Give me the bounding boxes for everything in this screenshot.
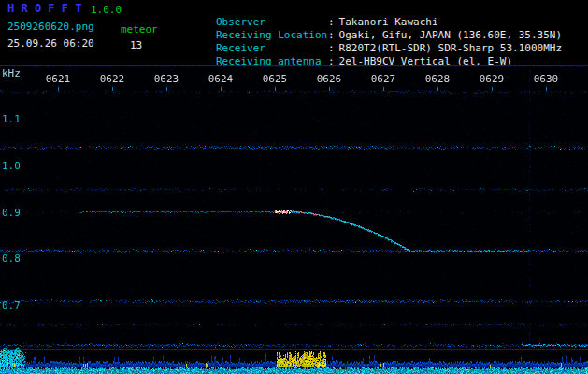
output-filename: 2509260620.png [7, 21, 94, 33]
app-title: H R O F F T [7, 3, 81, 15]
info-label: Receiver [216, 42, 328, 55]
mode-label: meteor [121, 23, 158, 36]
spectrogram-canvas [0, 65, 588, 374]
info-separator: : [328, 42, 335, 54]
datetime-label: 25.09.26 06:20 [7, 37, 94, 50]
info-label: Receiving Location [216, 29, 328, 42]
info-row-observer: Observer:Takanori Kawachi [166, 3, 562, 16]
info-value: Takanori Kawachi [335, 16, 438, 28]
info-separator: : [328, 29, 335, 41]
info-separator: : [328, 16, 335, 28]
hrofft-output-image: H R O F F T 1.0.0 2509260620.png meteor … [0, 0, 588, 374]
info-value: Ogaki, Gifu, JAPAN (136.60E, 35.35N) [335, 29, 562, 41]
info-label: Observer [216, 16, 328, 29]
info-value: R820T2(RTL-SDR) SDR-Sharp 53.1000MHz [335, 42, 562, 54]
station-info-table: Observer:Takanori Kawachi Receiving Loca… [166, 3, 562, 55]
app-version: 1.0.0 [91, 4, 122, 16]
echo-count: 13 [130, 39, 142, 51]
